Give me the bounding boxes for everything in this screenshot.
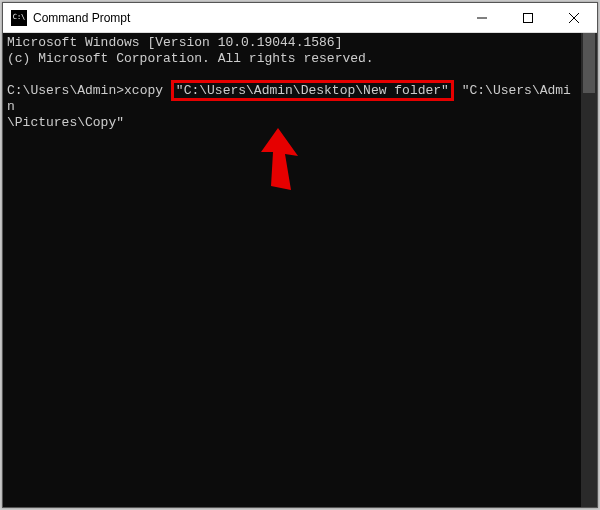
titlebar[interactable]: Command Prompt: [3, 3, 597, 33]
dest-path-part2: \Pictures\Copy": [7, 115, 124, 130]
version-line: Microsoft Windows [Version 10.0.19044.15…: [7, 35, 342, 50]
maximize-button[interactable]: [505, 3, 551, 33]
terminal-output[interactable]: Microsoft Windows [Version 10.0.19044.15…: [3, 33, 581, 507]
minimize-button[interactable]: [459, 3, 505, 33]
window-title: Command Prompt: [33, 11, 130, 25]
terminal-area: Microsoft Windows [Version 10.0.19044.15…: [3, 33, 597, 507]
cmd-icon: [11, 10, 27, 26]
copyright-line: (c) Microsoft Corporation. All rights re…: [7, 51, 374, 66]
highlighted-source-path: "C:\Users\Admin\Desktop\New folder": [171, 80, 454, 101]
prompt-text: C:\Users\Admin>: [7, 83, 124, 98]
gap: [454, 83, 462, 98]
maximize-icon: [523, 13, 533, 23]
close-button[interactable]: [551, 3, 597, 33]
svg-rect-1: [524, 13, 533, 22]
minimize-icon: [477, 13, 487, 23]
command-text: xcopy: [124, 83, 171, 98]
close-icon: [569, 13, 579, 23]
vertical-scrollbar[interactable]: [581, 33, 597, 507]
command-prompt-window: Command Prompt Microsoft Windows [Versio…: [2, 2, 598, 508]
scrollbar-thumb[interactable]: [583, 33, 595, 93]
